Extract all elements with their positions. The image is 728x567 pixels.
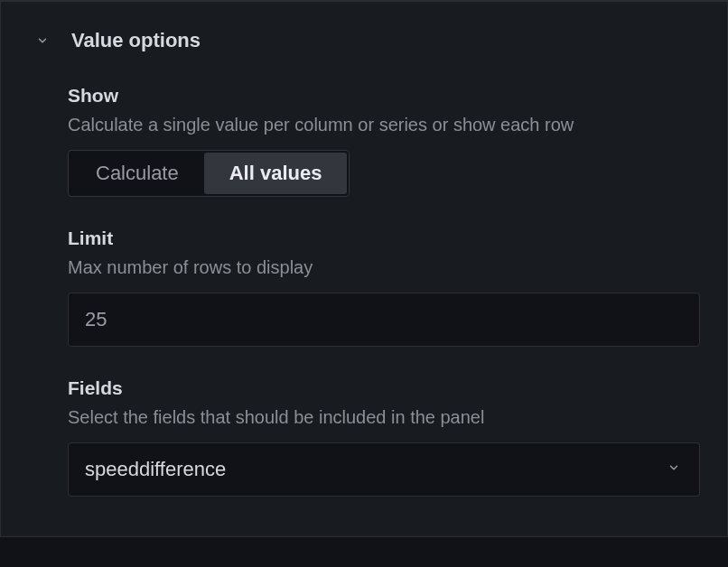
fields-field-group: Fields Select the fields that should be …: [68, 377, 700, 497]
chevron-down-icon: [35, 33, 50, 48]
section-header[interactable]: Value options: [35, 29, 700, 52]
all-values-option[interactable]: All values: [204, 153, 348, 194]
limit-field-group: Limit Max number of rows to display: [68, 228, 700, 347]
fields-select-wrapper: speeddifference: [68, 442, 700, 497]
show-description: Calculate a single value per column or s…: [68, 112, 700, 137]
limit-label: Limit: [68, 228, 700, 249]
limit-description: Max number of rows to display: [68, 255, 700, 280]
fields-select[interactable]: speeddifference: [68, 442, 700, 497]
fields-label: Fields: [68, 377, 700, 399]
calculate-option[interactable]: Calculate: [70, 153, 204, 194]
show-radio-group: Calculate All values: [68, 150, 350, 197]
fields-description: Select the fields that should be include…: [68, 404, 700, 430]
show-field-group: Show Calculate a single value per column…: [68, 85, 700, 197]
section-title: Value options: [71, 29, 201, 52]
value-options-panel: Value options Show Calculate a single va…: [0, 2, 728, 537]
show-label: Show: [68, 85, 700, 107]
limit-input[interactable]: [68, 293, 700, 347]
